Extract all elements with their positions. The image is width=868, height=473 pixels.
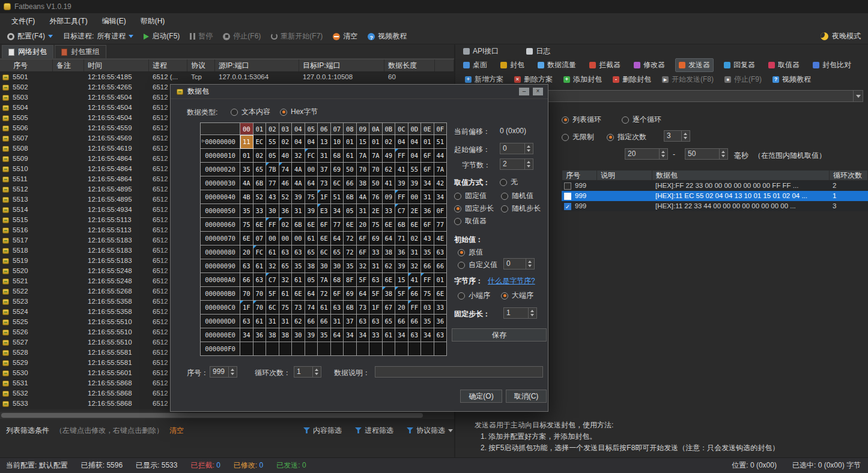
hex-cell[interactable]: 75 [279,301,293,315]
tab-sender[interactable]: 发送器 [675,58,714,72]
hex-cell[interactable]: 49 [383,149,396,163]
hex-cell[interactable]: 6E [383,273,396,287]
hex-cell[interactable]: 64 [331,232,344,246]
loop-count-spinner[interactable]: 3 [664,130,690,142]
hex-cell[interactable]: 09 [383,190,396,204]
hex-col-header[interactable]: 08 [344,123,357,135]
value-mode-random-radio[interactable]: 随机值 [501,191,533,201]
hex-cell[interactable]: 35 [344,259,357,273]
hex-cell[interactable]: 66 [395,315,408,328]
hex-cell[interactable]: 39 [305,204,318,218]
hex-cell[interactable]: 51 [331,190,344,204]
hex-cell[interactable]: 35 [240,163,253,176]
hex-cell[interactable]: 65 [279,259,293,273]
hex-cell[interactable]: 34 [421,328,434,342]
hex-cell[interactable]: 66 [408,287,422,301]
hex-cell[interactable]: 63 [292,246,305,259]
hex-cell[interactable]: 66 [408,315,422,328]
hex-cell[interactable]: 61 [383,328,396,342]
hex-cell[interactable]: 32 [266,259,279,273]
hex-cell[interactable]: 75 [240,218,253,232]
tab-traffic[interactable]: 数据流量 [535,59,579,71]
hex-cell[interactable]: 36 [253,328,267,342]
hex-cell[interactable] [434,342,448,356]
hex-cell[interactable]: 5F [395,287,408,301]
col-src[interactable]: 源IP:端口 [215,59,299,71]
hex-cell[interactable]: 72 [318,287,331,301]
delete-plan-button[interactable]: 删除方案 [514,74,553,85]
hex-cell[interactable]: 04 [408,149,422,163]
hex-cell[interactable]: 66 [305,315,318,328]
hex-cell[interactable]: 00 [279,232,293,246]
hex-cell[interactable]: 68 [331,273,344,287]
hex-cell[interactable]: C7 [395,204,408,218]
hex-col-header[interactable]: 03 [279,123,293,135]
hex-cell[interactable]: 32 [292,149,305,163]
hex-cell[interactable]: 31 [279,315,293,328]
hex-cell[interactable]: 6B [344,301,357,315]
hex-row-address[interactable]: 00000030 [201,176,240,190]
tab-packet[interactable]: 封包 [497,59,527,71]
start-send-button[interactable]: 开始发送(F8) [662,74,714,85]
hex-cell[interactable]: 11 [240,135,253,149]
spinner-arrows[interactable] [524,143,533,154]
hex-cell[interactable]: 30 [292,328,305,342]
stop-send-button[interactable]: 停止(F9) [724,74,762,85]
hex-cell[interactable]: 6F [331,287,344,301]
hex-cell[interactable]: 41 [408,273,422,287]
hex-cell[interactable] [240,342,253,356]
hex-cell[interactable]: 7B [266,163,279,176]
hex-cell[interactable]: FF [408,301,422,315]
hex-cell[interactable]: 43 [421,232,434,246]
hex-cell[interactable]: C7 [266,273,279,287]
tab-desktop[interactable]: 桌面 [460,59,490,71]
hex-cell[interactable]: 64 [383,232,396,246]
hex-cell[interactable]: 15 [395,273,408,287]
hex-cell[interactable]: 01 [344,135,357,149]
hex-cell[interactable]: 34 [357,328,370,342]
hex-row-address[interactable]: 00000000 [201,135,240,149]
menu-external-tools[interactable]: 外部工具(T) [44,14,93,28]
config-button[interactable]: 配置(F4) [7,31,53,41]
hex-row-address[interactable]: 00000080 [201,246,240,259]
hex-cell[interactable]: 40 [279,149,293,163]
hex-cell[interactable]: 70 [369,163,383,176]
hex-cell[interactable]: 67 [383,301,396,315]
tab-compare[interactable]: 封包比对 [810,59,854,71]
hex-cell[interactable]: 31 [408,246,422,259]
spinner-arrows[interactable] [526,259,534,269]
stop-button[interactable]: 停止(F6) [223,31,261,41]
hex-cell[interactable]: 63 [434,328,448,342]
hex-cell[interactable]: 7A [434,163,448,176]
hex-cell[interactable]: 04 [395,135,408,149]
spinner-arrows[interactable] [228,367,237,377]
hex-cell[interactable]: 52 [279,190,293,204]
hex-cell[interactable]: 4A [357,190,370,204]
hex-cell[interactable]: 13 [318,135,331,149]
hex-cell[interactable]: 0F [434,204,448,218]
packet-row[interactable]: 550112:16:55:41856512 (...Tcp127.0.0.1:5… [0,72,454,82]
hex-cell[interactable]: 1F [240,301,253,315]
hex-cell[interactable]: 6F [357,232,370,246]
spinner-arrows[interactable] [312,367,321,377]
hex-cell[interactable]: 01 [369,135,383,149]
hex-cell[interactable]: 8F [344,273,357,287]
value-mode-extractor-radio[interactable]: 取值器 [454,216,487,226]
sender-row-checkbox[interactable] [564,182,571,190]
menu-file[interactable]: 文件(F) [6,14,40,28]
hex-cell[interactable]: 68 [331,149,344,163]
hex-cell[interactable]: 55 [266,135,279,149]
hex-cell[interactable]: FC [253,246,267,259]
hex-cell[interactable]: 70 [240,287,253,301]
hex-cell[interactable]: 74 [305,301,318,315]
hex-row-address[interactable]: 000000C0 [201,301,240,315]
col-process[interactable]: 进程 [149,59,187,71]
hex-row-address[interactable]: 000000F0 [201,342,240,356]
start-button[interactable]: 启动(F5) [144,31,180,41]
hex-cell[interactable]: 20 [357,218,370,232]
value-mode-fixed-step-radio[interactable]: 固定步长 [454,203,494,214]
hex-cell[interactable]: 65 [253,163,267,176]
hex-cell[interactable]: 03 [421,301,434,315]
hex-cell[interactable]: 62 [383,259,396,273]
hex-cell[interactable]: 66 [344,176,357,190]
